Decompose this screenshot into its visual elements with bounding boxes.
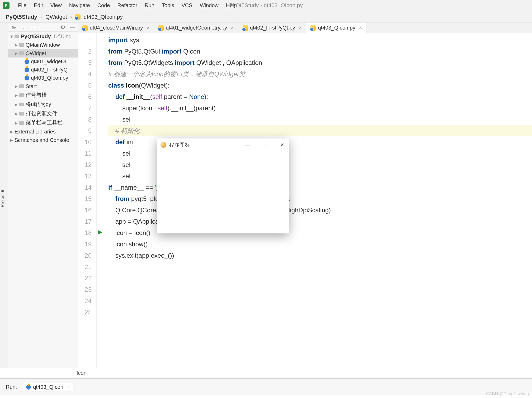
expand-icon[interactable]: ≑: [20, 24, 26, 30]
folder-icon: [19, 43, 24, 47]
run-tab[interactable]: qt403_QIcon ×: [23, 383, 73, 391]
collapse-icon[interactable]: ≑: [30, 24, 36, 30]
python-file-icon: [158, 25, 164, 31]
breadcrumb-mid[interactable]: QWidget: [45, 14, 67, 20]
gutter: 1234567891011121314151617181920212223242…: [78, 33, 97, 368]
menu-refactor[interactable]: Refactor: [114, 2, 141, 8]
menu-edit[interactable]: Edit: [30, 2, 46, 8]
run-panel-header: Run: qt403_QIcon ×: [0, 378, 532, 395]
tree-item[interactable]: ▸将ui转为py: [8, 100, 78, 109]
menu-run[interactable]: Run: [141, 2, 158, 8]
folder-icon: [19, 112, 24, 116]
menu-file[interactable]: File: [14, 2, 30, 8]
python-file-icon: [25, 68, 29, 72]
close-icon[interactable]: ✕: [279, 142, 285, 148]
ide-logo-icon: P: [3, 2, 10, 9]
editor-tab[interactable]: qt403_QIcon.py×: [306, 23, 366, 33]
close-icon[interactable]: ×: [147, 25, 150, 31]
project-tool-rail[interactable]: ■ Project: [0, 23, 8, 368]
tree-item[interactable]: ▸菜单栏与工具栏: [8, 118, 78, 127]
folder-icon: [19, 84, 24, 88]
dialog-app-icon: [161, 142, 166, 148]
tree-item[interactable]: ▸信号与槽: [8, 90, 78, 100]
close-icon[interactable]: ×: [67, 384, 70, 390]
chevron-right-icon: ›: [40, 14, 42, 20]
tree-item[interactable]: qt403_QIcon.py: [8, 74, 78, 82]
menu-tools[interactable]: Tools: [158, 2, 178, 8]
menu-code[interactable]: Code: [94, 2, 114, 8]
editor-breadcrumb: Icon: [0, 368, 532, 378]
gear-icon[interactable]: ⚙: [60, 24, 66, 30]
tree-item[interactable]: ▸External Libraries: [8, 127, 78, 136]
locate-icon[interactable]: ⊕: [11, 24, 17, 30]
editor-tabs: qt04_closeMainWin.py×qt401_widgetGeometr…: [78, 23, 532, 33]
run-side-tools: ↻ 🔧 ↑ ↓: [0, 395, 29, 398]
hide-icon[interactable]: —: [69, 24, 75, 30]
folder-icon: [19, 103, 24, 106]
menu-vcs[interactable]: VCS: [178, 2, 196, 8]
watermark: CSDN @Ding Jiaxiong: [486, 392, 529, 396]
menu-view[interactable]: View: [47, 2, 65, 8]
tree-item[interactable]: ▸QWidget: [8, 49, 78, 57]
close-icon[interactable]: ×: [359, 25, 362, 31]
window-title: PyQt5Study - qt403_QIcon.py: [229, 2, 303, 8]
tree-item[interactable]: qt401_widgetG: [8, 57, 78, 66]
run-output[interactable]: E:\anaconda\envs\PyQt5\python.exe D:/Din…: [29, 395, 532, 398]
project-tree: ▾ PyQt5StudyD:\Ding. ▸QMainWindow▸QWidge…: [8, 32, 78, 145]
gutter-marks: ▶: [97, 33, 106, 368]
python-file-icon: [310, 25, 316, 31]
run-label: Run:: [0, 384, 23, 390]
tree-item[interactable]: ▸打包资源文件: [8, 109, 78, 118]
breadcrumb-root[interactable]: PyQt5Study: [6, 14, 37, 20]
dialog-titlebar[interactable]: 程序图标 — ☐ ✕: [157, 138, 289, 151]
editor[interactable]: 1234567891011121314151617181920212223242…: [78, 33, 532, 368]
tree-item[interactable]: ▸Scratches and Console: [8, 136, 78, 144]
close-icon[interactable]: ×: [299, 25, 302, 31]
minimize-icon[interactable]: —: [244, 142, 250, 148]
chevron-right-icon: ›: [70, 14, 72, 20]
python-file-icon: [75, 14, 81, 20]
folder-icon: [19, 51, 24, 55]
pyqt-dialog[interactable]: 程序图标 — ☐ ✕: [157, 138, 289, 233]
python-file-icon: [82, 25, 88, 31]
dialog-title: 程序图标: [169, 141, 190, 148]
run-output-panel: ↻ 🔧 ↑ ↓ E:\anaconda\envs\PyQt5\python.ex…: [0, 395, 532, 398]
menubar: P FileEditViewNavigateCodeRefactorRunToo…: [0, 0, 532, 11]
project-sidebar: ⊕ ≑ ≑ ⚙ — ▾ PyQt5StudyD:\Ding. ▸QMainWin…: [8, 23, 78, 368]
python-file-icon: [25, 59, 29, 64]
menu-navigate[interactable]: Navigate: [65, 2, 94, 8]
breadcrumb-file[interactable]: qt403_QIcon.py: [84, 14, 123, 20]
folder-icon: [19, 93, 24, 97]
breadcrumb: PyQt5Study › QWidget › qt403_QIcon.py: [0, 11, 532, 23]
close-icon[interactable]: ×: [231, 25, 234, 31]
python-file-icon: [243, 25, 248, 31]
run-gutter-icon[interactable]: ▶: [98, 229, 102, 235]
tree-item[interactable]: ▸QMainWindow: [8, 41, 78, 49]
maximize-icon[interactable]: ☐: [261, 142, 268, 148]
editor-tab[interactable]: qt402_FirstPyQt.py×: [238, 23, 307, 33]
tree-root[interactable]: ▾ PyQt5StudyD:\Ding.: [8, 32, 78, 41]
sidebar-toolbar: ⊕ ≑ ≑ ⚙ —: [8, 23, 78, 32]
folder-icon: [19, 121, 24, 125]
python-file-icon: [25, 76, 29, 80]
tree-item[interactable]: qt402_FirstPyQ: [8, 66, 78, 74]
python-icon: [26, 385, 31, 390]
editor-tab[interactable]: qt401_widgetGeometry.py×: [154, 23, 238, 33]
tree-item[interactable]: ▸Start: [8, 82, 78, 90]
editor-tab[interactable]: qt04_closeMainWin.py×: [78, 23, 154, 33]
menu-window[interactable]: Window: [196, 2, 222, 8]
